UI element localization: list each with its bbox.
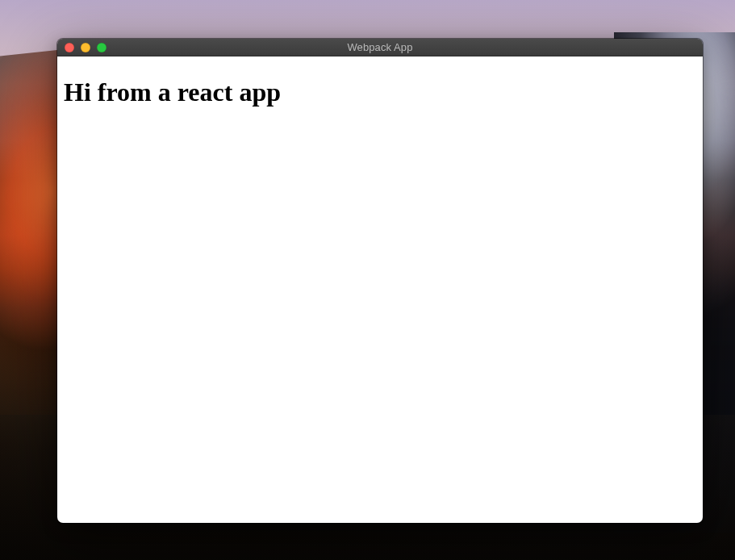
window-content: Hi from a react app <box>57 56 703 523</box>
close-icon[interactable] <box>65 43 74 52</box>
minimize-icon[interactable] <box>81 43 90 52</box>
page-heading: Hi from a react app <box>64 77 696 107</box>
app-window: Webpack App Hi from a react app <box>57 39 703 523</box>
window-title-bar[interactable]: Webpack App <box>57 39 703 56</box>
traffic-lights <box>57 43 106 52</box>
maximize-icon[interactable] <box>97 43 106 52</box>
window-title: Webpack App <box>57 41 703 53</box>
